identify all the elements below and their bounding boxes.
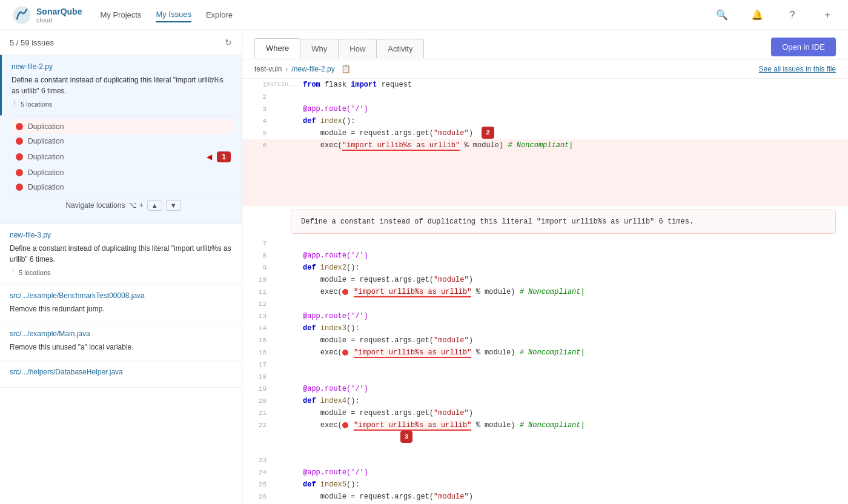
bell-icon[interactable]: 🔔 [749,7,766,24]
loc-dot-4 [16,169,23,176]
line-number: 12 [242,298,267,310]
line-author [267,139,303,206]
sidebar: 5 / 59 issues ↻ new-file-2.py Define a c… [0,30,242,504]
line-number: 22 [242,419,267,454]
code-table: 1 marcin... from flask import request 2 … [242,79,848,206]
line-number: 16 [242,346,267,359]
table-row: 26 module = request.args.get("module") [242,491,848,503]
line-number: 18 [242,371,267,383]
table-row: 2 [242,91,848,103]
tab-activity[interactable]: Activity [376,39,424,58]
issue-locations-2: ⋮ 5 locations [10,268,232,276]
line-code: exec( "import urllib%s as urllib" % modu… [303,419,848,454]
location-item-3[interactable]: Duplication ◀ 1 [12,148,234,165]
line-author [267,395,303,407]
issues-list: new-file-2.py Define a constant instead … [0,55,242,504]
nav-my-projects[interactable]: My Projects [100,8,141,22]
line-number: 23 [242,454,267,466]
location-item-2[interactable]: Duplication [12,134,234,148]
issue-item-1[interactable]: new-file-2.py Define a constant instead … [0,55,242,116]
copy-icon[interactable]: 📋 [341,64,351,73]
table-row: 9 def index2(): [242,262,848,274]
issue-desc-3: Remove this redundant jump. [10,303,232,314]
logo-text-block: SonarQube cloud [36,7,82,24]
navigate-shortcut: ⌥ + [128,201,143,210]
line-number: 19 [242,383,267,395]
issue-item-2[interactable]: new-file-3.py Define a constant instead … [0,224,242,284]
line-author [267,371,303,383]
loc-dot-1 [16,123,23,130]
see-all-link[interactable]: See all issues in this file [759,65,836,73]
issues-count: 5 / 59 issues [10,38,54,47]
line-code: @app.route('/') [303,250,848,262]
line-author [267,127,303,139]
nav-my-issues[interactable]: My Issues [156,7,191,22]
issue-file-1: new-file-2.py [12,62,232,71]
help-icon[interactable]: ? [784,7,801,24]
search-icon[interactable]: 🔍 [714,7,730,24]
tab-where[interactable]: Where [254,38,300,59]
open-ide-button[interactable]: Open in IDE [771,38,836,56]
line-number: 14 [242,322,267,334]
line-number: 21 [242,407,267,419]
table-row: 7 [242,237,848,250]
file-project: test-vuln [254,65,282,73]
line-code: module = request.args.get("module") [303,274,848,286]
nav-up-btn[interactable]: ▲ [147,200,162,211]
annotation-2: 2 [482,127,494,139]
table-row: 3 @app.route('/') [242,103,848,115]
table-row: 20 def index4(): [242,395,848,407]
line-number: 15 [242,334,267,346]
file-name: /new-file-2.py [291,65,334,73]
line-number: 24 [242,466,267,479]
issue-file-3: src/.../example/BenchmarkTest00008.java [10,291,232,300]
issue-item-5[interactable]: src/.../helpers/DatabaseHelper.java [0,360,242,388]
nav-explore[interactable]: Explore [206,8,233,22]
issue-file-5: src/.../helpers/DatabaseHelper.java [10,368,232,376]
table-row: 8 @app.route('/') [242,250,848,262]
code-table-2: 7 8 @app.route('/') 9 def index2( [242,237,848,504]
line-author [267,262,303,274]
issue-item-4[interactable]: src/.../example/Main.java Remove this un… [0,322,242,360]
line-code: @app.route('/') [303,310,848,322]
issue-desc-4: Remove this unused "a" local variable. [10,342,232,353]
location-item-1[interactable]: Duplication [12,119,234,134]
logo-sub: cloud [36,16,82,24]
line-number: 4 [242,115,267,127]
line-code [303,454,848,466]
nav-down-btn[interactable]: ▼ [166,200,181,211]
issue-item-3[interactable]: src/.../example/BenchmarkTest00008.java … [0,284,242,322]
issue-locations-1: ⋮ 5 locations [12,100,232,108]
line-code: def index3(): [303,322,848,334]
line-code: @app.route('/') [303,383,848,395]
refresh-icon[interactable]: ↻ [225,38,232,47]
tab-why[interactable]: Why [300,39,339,58]
line-code: def index5(): [303,479,848,491]
loc-label-5: Duplication [28,183,231,191]
table-row: 16 exec( "import urllib%s as urllib" % m… [242,346,848,359]
svg-point-0 [13,6,31,24]
line-author [267,250,303,262]
issue-desc-2: Define a constant instead of duplicating… [10,243,232,265]
line-code: exec("import urllib%s as urllib" % modul… [303,139,848,206]
plus-icon[interactable]: + [819,7,836,24]
line-number: 13 [242,310,267,322]
line-number: 1 [242,79,267,91]
loc-dot-2 [16,138,23,145]
line-number: 17 [242,359,267,371]
table-row: 24 @app.route('/') [242,466,848,479]
tab-how[interactable]: How [338,39,377,58]
tabs-bar: Where Why How Activity Open in IDE [242,30,848,59]
line-number: 2 [242,91,267,103]
logo-name: SonarQube [36,7,82,16]
line-number: 8 [242,250,267,262]
issue-file-2: new-file-3.py [10,231,232,239]
main-layout: 5 / 59 issues ↻ new-file-2.py Define a c… [0,30,848,504]
navigate-bar: Navigate locations ⌥ + ▲ ▼ [12,194,234,216]
line-author [267,334,303,346]
line-author [267,491,303,503]
location-item-5[interactable]: Duplication [12,180,234,194]
location-item-4[interactable]: Duplication [12,165,234,180]
line-code [303,298,848,310]
logo: SonarQube cloud [12,5,82,25]
